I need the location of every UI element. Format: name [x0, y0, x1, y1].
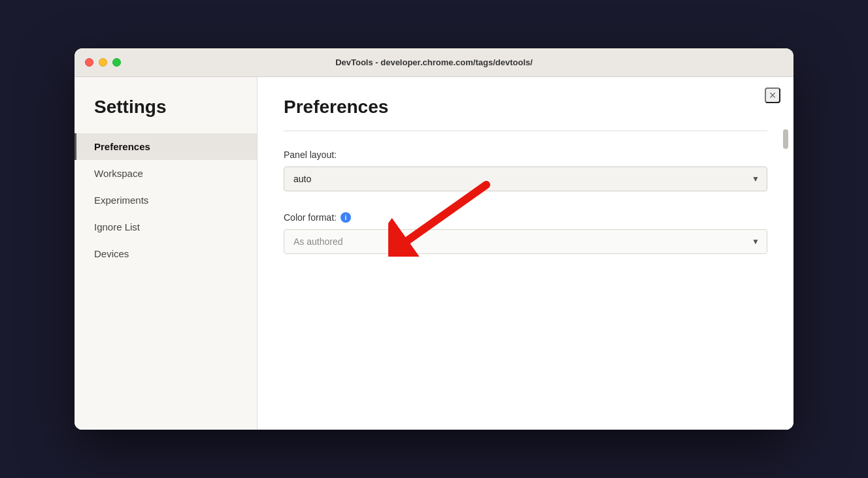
- titlebar: DevTools - developer.chrome.com/tags/dev…: [75, 48, 793, 77]
- panel-title: Preferences: [284, 97, 767, 118]
- sidebar-item-workspace[interactable]: Workspace: [75, 160, 257, 187]
- browser-window: DevTools - developer.chrome.com/tags/dev…: [75, 48, 793, 430]
- sidebar-item-preferences[interactable]: Preferences: [75, 133, 257, 160]
- section-divider: [284, 131, 767, 131]
- window-title: DevTools - developer.chrome.com/tags/dev…: [335, 57, 533, 67]
- close-traffic-light[interactable]: [85, 58, 93, 67]
- maximize-traffic-light[interactable]: [112, 58, 121, 67]
- minimize-traffic-light[interactable]: [99, 58, 107, 67]
- sidebar-item-ignore-list[interactable]: Ignore List: [75, 214, 257, 240]
- close-button[interactable]: ×: [765, 88, 780, 103]
- sidebar-title: Settings: [75, 97, 257, 133]
- color-format-section: Color format: i As authored hex rgb hsl …: [284, 212, 767, 254]
- window-wrapper: DevTools - developer.chrome.com/tags/dev…: [48, 22, 820, 456]
- panel-layout-select[interactable]: auto horizontal vertical: [284, 167, 767, 191]
- color-format-select-wrapper: As authored hex rgb hsl ▼: [284, 229, 767, 254]
- sidebar-item-devices[interactable]: Devices: [75, 240, 257, 267]
- panel-layout-section: Panel layout: auto horizontal vertical ▼: [284, 150, 767, 191]
- panel-layout-select-wrapper: auto horizontal vertical ▼: [284, 167, 767, 191]
- sidebar-item-experiments[interactable]: Experiments: [75, 187, 257, 214]
- color-format-info-icon[interactable]: i: [341, 212, 351, 223]
- color-format-select[interactable]: As authored hex rgb hsl: [284, 229, 767, 254]
- color-format-label-row: Color format: i: [284, 212, 767, 223]
- main-panel: × Preferences Panel layout: auto horizon…: [258, 77, 793, 430]
- sidebar-nav: Preferences Workspace Experiments Ignore…: [75, 133, 257, 267]
- panel-layout-label: Panel layout:: [284, 150, 767, 160]
- scrollbar-track: [783, 129, 788, 417]
- main-content: Settings Preferences Workspace Experimen…: [75, 77, 793, 430]
- sidebar: Settings Preferences Workspace Experimen…: [75, 77, 258, 430]
- scrollbar-thumb[interactable]: [783, 129, 788, 149]
- color-format-label-text: Color format:: [284, 212, 337, 223]
- traffic-lights: [85, 58, 121, 67]
